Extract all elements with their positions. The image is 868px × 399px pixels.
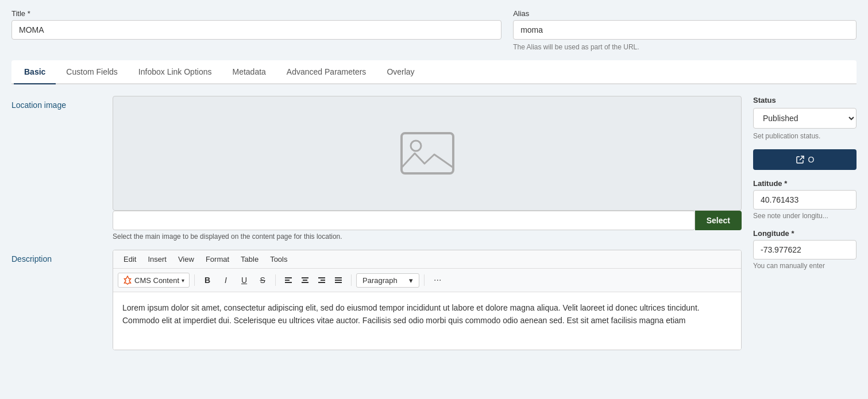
right-panel: Status Published Set publication status.… [753,96,857,359]
strikethrough-button[interactable]: S [254,272,271,288]
paragraph-label: Paragraph [362,276,398,285]
tabs-bar: Basic Custom Fields Infobox Link Options… [11,60,857,84]
longitude-group: Longitude * You can manually enter [753,229,857,270]
tab-infobox-link-options[interactable]: Infobox Link Options [128,60,222,84]
status-label: Status [753,96,857,104]
latitude-hint: See note under longitu... [753,212,857,220]
alias-input[interactable] [513,20,857,40]
open-btn-label: O [808,155,815,164]
tab-metadata[interactable]: Metadata [222,60,276,84]
title-label: Title * [11,9,501,18]
svg-rect-7 [302,282,308,283]
svg-rect-2 [285,277,292,278]
tab-advanced-parameters[interactable]: Advanced Parameters [276,60,377,84]
longitude-label: Longitude * [753,229,857,238]
align-group [280,272,346,288]
align-justify-button[interactable] [330,272,346,288]
align-left-button[interactable] [280,272,296,288]
toolbar-separator-4 [424,274,425,286]
svg-point-1 [411,141,421,151]
italic-button[interactable]: I [218,272,234,288]
joomla-icon [123,276,132,285]
title-group: Title * [11,9,501,51]
svg-rect-5 [302,277,308,278]
tab-custom-fields[interactable]: Custom Fields [56,60,128,84]
svg-rect-4 [285,282,292,283]
menu-insert[interactable]: Insert [142,253,172,266]
bold-button[interactable]: B [199,272,215,288]
external-link-icon [796,155,805,164]
image-placeholder-icon [399,130,456,176]
menu-table[interactable]: Table [235,253,264,266]
toolbar-separator-3 [351,274,352,286]
status-group: Status Published Set publication status. [753,96,857,140]
alias-group: Alias The Alias will be used as part of … [513,9,857,51]
image-placeholder [113,102,741,205]
svg-rect-3 [285,280,290,281]
latitude-label: Latitude * [753,179,857,188]
image-select-bar: Select [113,211,742,230]
svg-rect-11 [335,277,342,278]
cms-content-button[interactable]: CMS Content ▾ [118,273,190,288]
description-section: Description Edit Insert View Format Tabl… [11,250,742,350]
tab-basic[interactable]: Basic [14,60,56,84]
image-hint: Select the main image to be displayed on… [113,233,742,241]
cms-content-chevron: ▾ [182,277,184,284]
editor-container: Edit Insert View Format Table Tools [113,250,742,350]
align-center-button[interactable] [297,272,313,288]
paragraph-chevron: ▾ [409,276,413,285]
title-alias-row: Title * Alias The Alias will be used as … [11,9,857,51]
latitude-input[interactable] [753,190,857,210]
status-select[interactable]: Published [753,108,857,129]
menu-tools[interactable]: Tools [264,253,293,266]
toolbar-separator-2 [275,274,276,286]
menu-view[interactable]: View [172,253,200,266]
align-right-button[interactable] [314,272,330,288]
location-image-label: Location image [11,96,103,110]
menu-format[interactable]: Format [200,253,235,266]
image-path-input[interactable] [113,211,695,230]
editor-toolbar: CMS Content ▾ B I U S [113,269,741,292]
title-input[interactable] [11,20,501,40]
latitude-group: Latitude * See note under longitu... [753,179,857,220]
paragraph-select[interactable]: Paragraph ▾ [356,273,419,288]
left-panel: Location image [11,96,742,359]
svg-rect-6 [303,280,307,281]
more-options-button[interactable]: ··· [429,273,446,288]
alias-label: Alias [513,9,857,18]
longitude-input[interactable] [753,240,857,259]
cms-content-label: CMS Content [134,276,179,285]
editor-content[interactable]: Lorem ipsum dolor sit amet, consectetur … [113,292,741,350]
underline-button[interactable]: U [236,272,252,288]
svg-rect-9 [321,280,325,281]
svg-rect-8 [318,277,325,278]
svg-rect-13 [335,282,342,283]
tab-overlay[interactable]: Overlay [376,60,425,84]
editor-menubar: Edit Insert View Format Table Tools [113,250,741,269]
image-section-inner: Select Select the main image to be displ… [113,96,742,241]
content-area: Location image [11,96,857,359]
page-container: Title * Alias The Alias will be used as … [0,0,868,399]
select-image-button[interactable]: Select [695,211,742,230]
open-button[interactable]: O [753,149,857,170]
alias-hint: The Alias will be used as part of the UR… [513,43,857,51]
svg-rect-12 [335,280,342,281]
svg-line-14 [800,156,804,160]
location-image-section: Location image [11,96,742,241]
longitude-hint: You can manually enter [753,262,857,270]
toolbar-separator-1 [194,274,195,286]
svg-rect-10 [318,282,325,283]
description-label: Description [11,250,103,264]
svg-rect-0 [402,133,453,173]
status-hint: Set publication status. [753,132,857,140]
menu-edit[interactable]: Edit [118,253,142,266]
image-preview-container [113,96,742,211]
